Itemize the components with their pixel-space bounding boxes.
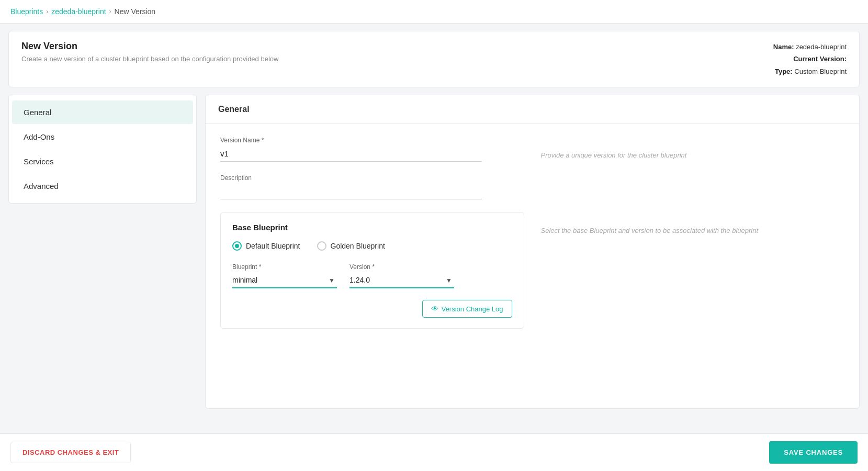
blueprint-select[interactable]: minimal standard full (232, 273, 337, 288)
sidebar-item-advanced[interactable]: Advanced (12, 174, 193, 198)
save-button[interactable]: SAVE CHANGES (769, 441, 858, 464)
content-area: General Version Name * Provide a unique … (205, 95, 860, 409)
sidebar: General Add-Ons Services Advanced (8, 95, 197, 204)
main-layout: General Add-Ons Services Advanced Genera… (8, 95, 860, 409)
header-left: New Version Create a new version of a cl… (21, 41, 278, 63)
content-body: Version Name * Provide a unique version … (206, 124, 859, 350)
version-select-field: Version * 1.24.0 1.23.0 1.22.0 ▼ (350, 263, 454, 288)
radio-golden-blueprint[interactable]: Golden Blueprint (317, 241, 385, 251)
discard-button[interactable]: DISCARD CHANGES & EXIT (10, 442, 131, 463)
bottom-bar: DISCARD CHANGES & EXIT SAVE CHANGES (0, 433, 868, 471)
blueprint-selects-container: Blueprint * minimal standard full ▼ (232, 263, 512, 318)
blueprint-select-field: Blueprint * minimal standard full ▼ (232, 263, 337, 288)
version-name-main: Version Name * (220, 137, 524, 174)
breadcrumb-zededa[interactable]: zededa-blueprint (51, 7, 106, 16)
version-name-label: Version Name * (220, 137, 524, 144)
breadcrumb: Blueprints › zededa-blueprint › New Vers… (0, 0, 868, 24)
version-select[interactable]: 1.24.0 1.23.0 1.22.0 (350, 273, 454, 288)
version-select-wrapper: 1.24.0 1.23.0 1.22.0 ▼ (350, 273, 454, 288)
sidebar-item-general[interactable]: General (12, 100, 193, 124)
blueprint-radio-group: Default Blueprint Golden Blueprint (232, 241, 512, 251)
breadcrumb-new-version: New Version (115, 7, 156, 16)
eye-icon: 👁 (431, 305, 438, 313)
base-blueprint-hint: Select the base Blueprint and version to… (541, 212, 845, 234)
meta-name-label: Name: (773, 43, 794, 51)
blueprint-select-wrapper: minimal standard full ▼ (232, 273, 337, 288)
version-name-group: Version Name * (220, 137, 524, 162)
section-title: General (206, 95, 859, 124)
version-select-label: Version * (350, 263, 454, 271)
sidebar-item-services[interactable]: Services (12, 150, 193, 173)
version-log-button[interactable]: 👁 Version Change Log (422, 300, 512, 318)
blueprint-selects-row: Blueprint * minimal standard full ▼ (232, 263, 512, 288)
version-name-hint: Provide a unique version for the cluster… (541, 137, 845, 159)
radio-golden-label: Golden Blueprint (331, 242, 385, 250)
radio-default-input[interactable] (232, 241, 242, 251)
blueprint-select-label: Blueprint * (232, 263, 337, 271)
base-blueprint-main: Base Blueprint Default Blueprint Golden … (220, 212, 524, 337)
base-blueprint-title: Base Blueprint (232, 223, 512, 232)
breadcrumb-sep-1: › (46, 8, 48, 15)
meta-name: Name: zededa-blueprint (773, 41, 847, 53)
radio-golden-input[interactable] (317, 241, 326, 251)
meta-current-version: Current Version: (773, 53, 847, 65)
header-card: New Version Create a new version of a cl… (8, 31, 860, 87)
log-btn-row: 👁 Version Change Log (232, 294, 512, 318)
breadcrumb-sep-2: › (109, 8, 111, 15)
description-label: Description (220, 174, 844, 182)
radio-default-label: Default Blueprint (246, 242, 300, 250)
meta-version-label: Current Version: (793, 55, 847, 63)
version-name-input[interactable] (220, 146, 482, 162)
page-subtitle: Create a new version of a cluster bluepr… (21, 55, 278, 63)
header-meta: Name: zededa-blueprint Current Version: … (773, 41, 847, 77)
description-input[interactable] (220, 184, 482, 199)
page-title: New Version (21, 41, 278, 52)
meta-type: Type: Custom Blueprint (773, 65, 847, 77)
base-blueprint-row: Base Blueprint Default Blueprint Golden … (220, 212, 844, 337)
radio-default-blueprint[interactable]: Default Blueprint (232, 241, 300, 251)
version-log-label: Version Change Log (442, 305, 503, 313)
meta-type-value: Custom Blueprint (794, 68, 847, 75)
version-name-row: Version Name * Provide a unique version … (220, 137, 844, 174)
description-group: Description (220, 174, 844, 199)
meta-name-value: zededa-blueprint (796, 43, 847, 51)
base-blueprint-box: Base Blueprint Default Blueprint Golden … (220, 212, 524, 329)
breadcrumb-blueprints[interactable]: Blueprints (10, 7, 43, 16)
meta-type-label: Type: (775, 68, 793, 75)
sidebar-item-addons[interactable]: Add-Ons (12, 125, 193, 149)
